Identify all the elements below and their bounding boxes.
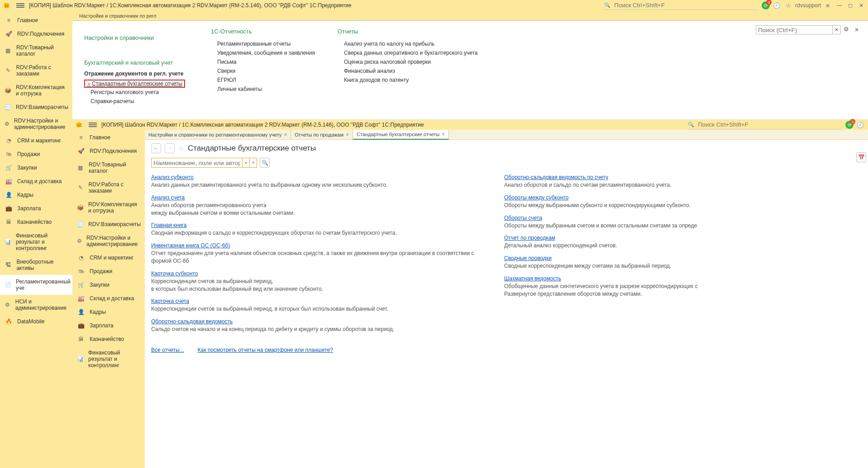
sidebar-item[interactable]: ✎RDV:Работа с заказами (0, 61, 72, 80)
sidebar-item[interactable]: ◔CRM и маркетинг (72, 251, 145, 265)
inner-search-input[interactable] (696, 121, 842, 129)
report-link[interactable]: Карточка счета (151, 298, 189, 304)
sidebar-item[interactable]: ▦RDV:Товарный каталог (0, 41, 72, 61)
menu-item[interactable]: Регистры налогового учета (84, 88, 188, 97)
menu-item[interactable]: Личные кабинеты (211, 85, 315, 94)
menu-item[interactable]: Справки-расчеты (84, 97, 188, 106)
sidebar-item[interactable]: 🔥DataMobile (0, 315, 72, 328)
sidebar-item[interactable]: 🧾RDV:Взаиморасчеты (72, 217, 145, 231)
maximize-button[interactable]: ◻ (846, 2, 854, 9)
menu-item[interactable]: Сверка данных оперативного и бухгалтерск… (338, 48, 477, 57)
sidebar-item[interactable]: 📊Финансовый результат и контроллинг (72, 346, 145, 372)
report-link[interactable]: Анализ счета (151, 194, 185, 201)
menu-item[interactable]: Анализ учета по налогу на прибыль (338, 39, 477, 48)
menu-close-icon[interactable]: ✕ (854, 27, 861, 33)
sidebar-item[interactable]: 💼Зарплата (72, 319, 145, 332)
menu-subheading[interactable]: Отражение документов в регл. учете (84, 71, 188, 77)
report-link[interactable]: Оборотно-сальдовая ведомость по счету (504, 174, 608, 180)
mobile-reports-link[interactable]: Как посмотреть отчеты на смартфоне или п… (198, 347, 333, 353)
menu-item[interactable]: Письма (211, 57, 315, 66)
filter-clear-icon[interactable]: × (249, 158, 257, 167)
all-reports-link[interactable]: Все отчеты... (151, 347, 184, 353)
sidebar-item[interactable]: 🛍Продажи (0, 147, 72, 161)
report-link[interactable]: Обороты счета (504, 215, 542, 221)
sidebar-item[interactable]: ⚙НСИ и администрирование (0, 295, 72, 315)
tab-close-icon[interactable]: × (442, 131, 445, 137)
menu-item-standard-reports[interactable]: Стандартные бухгалтерские отчеты (84, 80, 185, 88)
top-search-input[interactable] (612, 1, 758, 9)
report-link[interactable]: Анализ субконто (151, 174, 194, 180)
filter-input[interactable] (152, 158, 242, 167)
hamburger-icon[interactable] (16, 2, 24, 9)
menu-item[interactable]: ЕГРЮЛ (211, 76, 315, 85)
sidebar-item[interactable]: 🏗Внеоборотные активы (0, 255, 72, 275)
sidebar-item[interactable]: 🛒Закупки (0, 161, 72, 175)
report-link[interactable]: Главная книга (151, 222, 186, 228)
menu-settings-icon[interactable]: ⚙ (844, 26, 852, 34)
report-link[interactable]: Оборотно-сальдовая ведомость (151, 318, 233, 325)
minimize-button[interactable]: — (835, 2, 844, 9)
tab-close-icon[interactable]: × (284, 132, 287, 138)
sidebar-item[interactable]: 📄Регламентированный уче (0, 275, 72, 295)
sidebar-item[interactable]: ◔CRM и маркетинг (0, 134, 72, 147)
sidebar-item[interactable]: ≡Главное (0, 14, 72, 27)
top-search[interactable] (604, 1, 758, 10)
report-link[interactable]: Обороты между субконто (504, 194, 568, 201)
history-icon[interactable]: 🕘 (855, 120, 865, 130)
filter-search-button[interactable]: 🔍 (260, 158, 270, 168)
sidebar-item[interactable]: 👤Кадры (0, 188, 72, 202)
sidebar-item[interactable]: 🏛Казначейство (72, 332, 145, 346)
sidebar-item[interactable]: 🏭Склад и доставка (72, 292, 145, 305)
menu-item[interactable]: Уведомления, сообщения и заявления (211, 48, 315, 57)
tab-standard-accounting-reports[interactable]: Стандартные бухгалтерские отчеты× (353, 130, 449, 140)
user-label[interactable]: rdvsupport (795, 2, 821, 9)
sidebar-item[interactable]: 🧾RDV:Взаиморасчеты (0, 100, 72, 114)
history-icon[interactable]: 🕘 (772, 0, 782, 10)
report-link[interactable]: Инвентарная книга ОС (ОС-6б) (151, 242, 230, 249)
menu-item[interactable]: Книга доходов по патенту (338, 76, 477, 85)
sidebar-item[interactable]: ⚙RDV:Настройки и администрирование (72, 231, 145, 251)
sidebar-item[interactable]: 📦RDV:Комплектация и отгрузка (72, 198, 145, 217)
report-link[interactable]: Отчет по проводкам (504, 235, 555, 241)
nav-forward-button[interactable]: → (165, 143, 175, 153)
sidebar-item[interactable]: 🚀RDV:Подключения (72, 144, 145, 158)
star-icon[interactable]: ☆ (783, 0, 793, 10)
menu-search-clear[interactable]: × (833, 25, 841, 34)
sidebar-item[interactable]: 🏛Казначейство (0, 215, 72, 229)
menu-heading[interactable]: Настройки и справочники (84, 34, 188, 41)
report-link[interactable]: Карточка субконто (151, 270, 198, 277)
sidebar-item[interactable]: ▦RDV:Товарный каталог (72, 158, 145, 178)
sidebar-item[interactable]: 💼Зарплата (0, 202, 72, 215)
report-link[interactable]: Сводные проводки (504, 255, 552, 261)
menu-item[interactable]: Финансовый анализ (338, 66, 477, 76)
hamburger-icon[interactable] (89, 122, 97, 128)
inner-top-search[interactable] (688, 121, 842, 129)
notification-icon[interactable]: ⟳2 (845, 121, 854, 129)
menu-bars-icon[interactable]: ≡ (823, 0, 833, 10)
tab-sales-reports[interactable]: Отчеты по продажам× (291, 130, 353, 139)
filter-dropdown-icon[interactable]: ▾ (242, 158, 249, 167)
close-button[interactable]: ✕ (857, 2, 865, 9)
sidebar-item[interactable]: ⚙RDV:Настройки и администрирование (0, 114, 72, 134)
nav-back-button[interactable]: ← (151, 143, 161, 153)
report-link[interactable]: Шахматная ведомость (504, 275, 561, 282)
sidebar-item[interactable]: ≡Главное (72, 131, 145, 144)
favorite-star-icon[interactable]: ☆ (178, 145, 184, 152)
tab-settings-ref[interactable]: Настройки и справочники по реглам (75, 11, 157, 20)
tab-close-icon[interactable]: × (346, 132, 349, 138)
menu-search-input[interactable] (756, 25, 833, 34)
sidebar-item[interactable]: 🚀RDV:Подключения (0, 27, 72, 41)
calendar-button[interactable]: 📅 (856, 152, 866, 162)
sidebar-item[interactable]: 📊Финансовый результат и контроллинг (0, 229, 72, 255)
tab-settings-reglearning[interactable]: Настройки и справочники по регламентиров… (145, 130, 291, 139)
menu-item[interactable]: Сверки (211, 66, 315, 76)
sidebar-item[interactable]: 👤Кадры (72, 305, 145, 319)
menu-item[interactable]: Оценка риска налоговой проверки (338, 57, 477, 66)
sidebar-item[interactable]: 🛒Закупки (72, 278, 145, 292)
sidebar-item[interactable]: 📦RDV:Комплектация и отгрузка (0, 80, 72, 100)
sidebar-item[interactable]: ✎RDV:Работа с заказами (72, 178, 145, 198)
menu-item[interactable]: Регламентированные отчеты (211, 39, 315, 48)
sidebar-item[interactable]: 🏭Склад и доставка (0, 175, 72, 188)
sidebar-item[interactable]: 🛍Продажи (72, 265, 145, 278)
notification-icon[interactable]: ⟳2 (762, 1, 770, 9)
